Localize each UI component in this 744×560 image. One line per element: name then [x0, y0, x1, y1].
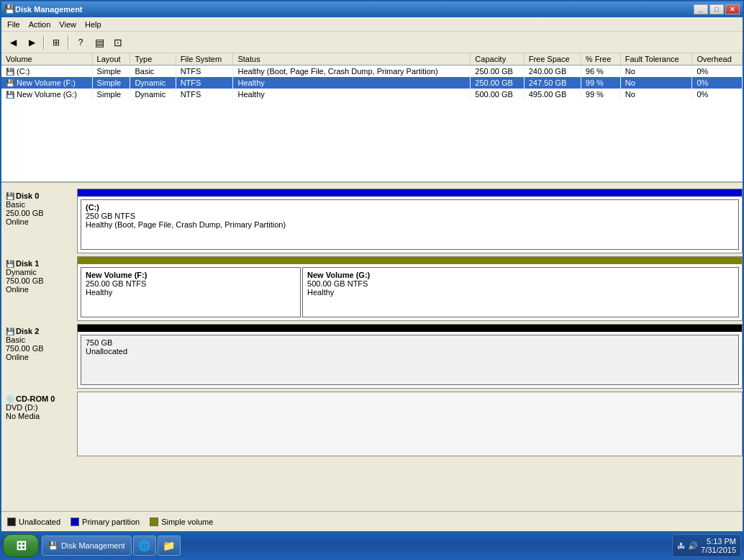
maximize-button[interactable]: □	[709, 4, 724, 14]
cell-type: Dynamic	[130, 89, 176, 100]
network-icon: 🖧	[677, 541, 685, 550]
cell-faulttol: No	[620, 66, 692, 78]
legend-simple: Simple volume	[150, 518, 213, 526]
table-row[interactable]: 💾 New Volume (G:) Simple Dynamic NTFS He…	[1, 89, 743, 100]
properties-button[interactable]: ▤	[91, 35, 108, 50]
system-tray: 🖧 🔊 5:13 PM 7/31/2015	[672, 534, 741, 557]
disk-icon-3: 💿	[6, 395, 14, 403]
col-status[interactable]: Status	[233, 53, 471, 66]
cell-volume: 💾 New Volume (F:)	[1, 77, 92, 89]
cell-capacity: 250.00 GB	[471, 66, 524, 78]
table-row[interactable]: 💾 New Volume (F:) Simple Dynamic NTFS He…	[1, 77, 743, 89]
minimize-button[interactable]: _	[694, 4, 708, 14]
disk-type-2: Basic	[6, 335, 73, 344]
window-title: Disk Management	[15, 5, 694, 14]
cell-overhead: 0%	[692, 66, 743, 78]
partition-status-0-0: Healthy (Boot, Page File, Crash Dump, Pr…	[86, 220, 734, 229]
forward-button[interactable]: ▶	[23, 35, 40, 50]
menu-bar: File Action View Help	[1, 17, 743, 32]
disk-row-1: 💾 Disk 1 Dynamic 750.00 GB Online New Vo…	[1, 256, 743, 321]
disk-content-3	[77, 392, 743, 456]
menu-help[interactable]: Help	[81, 19, 106, 30]
disk-type-0: Basic	[6, 200, 73, 209]
taskbar: ⊞ 💾 Disk Management 🌐 📁 🖧 🔊 5:13 PM 7/31…	[0, 531, 744, 560]
disk-row-0: 💾 Disk 0 Basic 250.00 GB Online (C:) 250…	[1, 189, 743, 253]
disk-bar-2	[78, 325, 742, 332]
menu-view[interactable]: View	[55, 19, 81, 30]
disk-name-3: CD-ROM 0	[16, 394, 55, 403]
partition-status-2-0: Unallocated	[86, 347, 734, 356]
legend-primary-box	[71, 518, 79, 526]
col-layout[interactable]: Layout	[92, 53, 130, 66]
disk-label-2: 💾 Disk 2 Basic 750.00 GB Online	[1, 324, 77, 389]
taskbar-task-diskmanagement[interactable]: 💾 Disk Management	[42, 536, 132, 556]
volume-table: Volume Layout Type File System Status Ca…	[1, 53, 743, 100]
partition-2-0[interactable]: 750 GB Unallocated	[81, 335, 739, 385]
partition-status-1-1: Healthy	[307, 288, 734, 297]
legend-simple-box	[150, 518, 158, 526]
cell-capacity: 250.00 GB	[471, 77, 524, 89]
app-window: 💾 Disk Management _ □ ✕ File Action View…	[0, 0, 744, 533]
partition-1-1[interactable]: New Volume (G:) 500.00 GB NTFS Healthy	[302, 267, 739, 317]
taskbar-ie[interactable]: 🌐	[133, 536, 156, 556]
partition-0-0[interactable]: (C:) 250 GB NTFS Healthy (Boot, Page Fil…	[81, 199, 739, 250]
disk-status-2: Online	[6, 353, 73, 361]
legend-bar: Unallocated Primary partition Simple vol…	[1, 511, 743, 531]
col-filesystem[interactable]: File System	[176, 53, 233, 66]
cell-overhead: 0%	[692, 89, 743, 100]
cell-status: Healthy	[233, 89, 471, 100]
close-button[interactable]: ✕	[725, 4, 740, 14]
cell-layout: Simple	[92, 66, 130, 78]
disk-button[interactable]: ⊡	[109, 35, 127, 50]
disk-partitions-0: (C:) 250 GB NTFS Healthy (Boot, Page Fil…	[78, 197, 742, 253]
back-button[interactable]: ◀	[4, 35, 22, 50]
disk-name-2: Disk 2	[16, 327, 39, 335]
disk-size-1: 750.00 GB	[6, 276, 73, 285]
disk-content-2: 750 GB Unallocated	[77, 324, 743, 389]
tray-clock: 5:13 PM 7/31/2015	[701, 537, 736, 554]
cell-fs: NTFS	[176, 66, 233, 78]
col-type[interactable]: Type	[130, 53, 176, 66]
col-overhead[interactable]: Overhead	[692, 53, 743, 66]
col-freespace[interactable]: Free Space	[524, 53, 581, 66]
taskbar-explorer[interactable]: 📁	[158, 536, 181, 556]
start-button[interactable]: ⊞	[3, 534, 39, 557]
partition-name-1-0: New Volume (F:)	[86, 271, 296, 279]
disk-label-1: 💾 Disk 1 Dynamic 750.00 GB Online	[1, 256, 77, 321]
col-capacity[interactable]: Capacity	[471, 53, 524, 66]
taskbar-task-label: Disk Management	[61, 541, 125, 550]
partition-1-0[interactable]: New Volume (F:) 250.00 GB NTFS Healthy	[81, 267, 301, 317]
toolbar: ◀ ▶ ⊞ ? ▤ ⊡	[1, 32, 743, 53]
partition-size-0-0: 250 GB NTFS	[86, 212, 734, 220]
cell-freespace: 240.00 GB	[524, 66, 581, 78]
cell-freespace: 495.00 GB	[524, 89, 581, 100]
cell-pctfree: 99 %	[581, 77, 620, 89]
show-button[interactable]: ⊞	[47, 35, 65, 50]
menu-action[interactable]: Action	[24, 19, 55, 30]
disk-bar-0	[78, 189, 742, 197]
cell-overhead: 0%	[692, 77, 743, 89]
volume-table-area: Volume Layout Type File System Status Ca…	[1, 53, 743, 183]
cell-fs: NTFS	[176, 89, 233, 100]
disk-size-2: 750.00 GB	[6, 344, 73, 353]
disk-content-0: (C:) 250 GB NTFS Healthy (Boot, Page Fil…	[77, 189, 743, 253]
disk-status-3: No Media	[6, 412, 73, 420]
disk-status-0: Online	[6, 217, 73, 226]
disk-name-1: Disk 1	[16, 259, 39, 268]
table-row[interactable]: 💾 (C:) Simple Basic NTFS Healthy (Boot, …	[1, 66, 743, 78]
ie-icon: 🌐	[138, 540, 150, 551]
col-faulttolerance[interactable]: Fault Tolerance	[620, 53, 692, 66]
disk-row-3: 💿 CD-ROM 0 DVD (D:) No Media	[1, 392, 743, 456]
menu-file[interactable]: File	[3, 19, 24, 30]
disk-bar-1-0	[78, 257, 297, 264]
col-volume[interactable]: Volume	[1, 53, 92, 66]
window-controls: _ □ ✕	[694, 4, 740, 14]
col-percentfree[interactable]: % Free	[581, 53, 620, 66]
help-button[interactable]: ?	[72, 35, 89, 50]
disk-icon-1: 💾	[6, 260, 14, 268]
cell-type: Dynamic	[130, 77, 176, 89]
cell-capacity: 500.00 GB	[471, 89, 524, 100]
cell-faulttol: No	[620, 77, 692, 89]
cell-volume: 💾 (C:)	[1, 66, 92, 78]
cell-type: Basic	[130, 66, 176, 78]
